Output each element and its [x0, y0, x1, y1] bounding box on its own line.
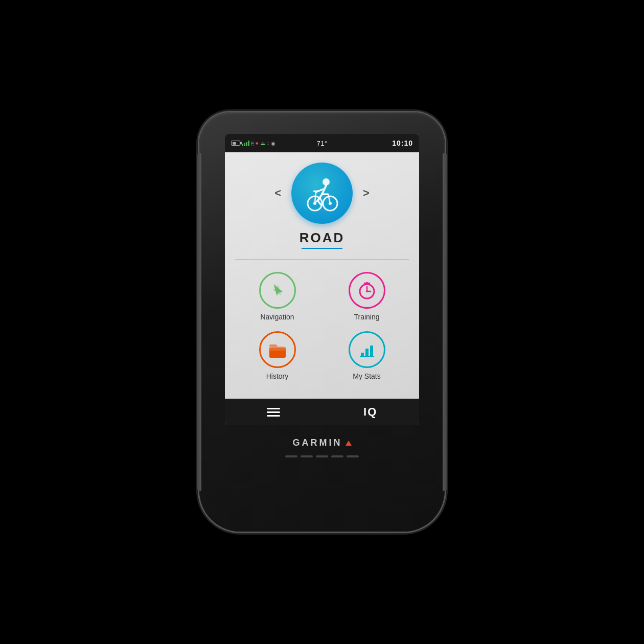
prev-profile-button[interactable]: <	[274, 188, 281, 199]
garmin-device: ⎘ ♥ ⛰ ↕ ◉ 71° 10:10 <	[199, 112, 445, 532]
svg-rect-23	[366, 282, 368, 284]
svg-marker-19	[272, 285, 284, 297]
bottom-bar: IQ	[225, 399, 419, 425]
profile-underline-gray	[235, 259, 409, 260]
main-content: <	[225, 152, 419, 399]
svg-point-0	[323, 178, 330, 186]
garmin-triangle-icon	[346, 441, 352, 446]
screen-wrapper: ⎘ ♥ ⛰ ↕ ◉ 71° 10:10 <	[225, 134, 419, 425]
temperature-display: 71°	[316, 140, 327, 147]
history-menu-item[interactable]: History	[240, 331, 314, 380]
navigation-label: Navigation	[260, 313, 294, 321]
profile-name: ROAD	[300, 230, 345, 246]
profile-underline-blue	[302, 248, 342, 249]
ridge-1	[285, 455, 297, 457]
ridge-3	[316, 455, 328, 457]
svg-point-14	[329, 202, 332, 205]
history-label: History	[266, 372, 289, 380]
top-bezel	[210, 123, 434, 132]
my-stats-icon	[357, 339, 377, 360]
next-profile-button[interactable]: >	[363, 188, 370, 199]
cyclist-icon	[302, 173, 342, 214]
map-icon: ⛰	[260, 141, 265, 146]
ridge-4	[331, 455, 343, 457]
device-bottom: GARMIN	[210, 425, 434, 468]
navigation-icon-circle	[259, 272, 296, 309]
screen: ⎘ ♥ ⛰ ↕ ◉ 71° 10:10 <	[225, 134, 419, 425]
bluetooth-icon: ⎘	[251, 141, 254, 146]
svg-rect-32	[370, 346, 373, 357]
training-menu-item[interactable]: Training	[330, 272, 404, 321]
svg-rect-29	[269, 348, 286, 351]
hamburger-line-2	[267, 411, 280, 413]
hamburger-line-1	[267, 408, 280, 409]
signal-bars-icon	[242, 140, 249, 146]
time-display: 10:10	[331, 139, 413, 147]
training-icon-circle	[349, 272, 385, 309]
connect-iq-button[interactable]: IQ	[363, 405, 377, 419]
svg-line-5	[318, 201, 321, 205]
navigation-icon	[267, 280, 288, 301]
profile-icon-circle[interactable]	[291, 163, 353, 224]
training-icon	[357, 280, 377, 301]
navigation-menu-item[interactable]: Navigation	[240, 272, 314, 321]
history-icon-circle	[259, 331, 296, 368]
svg-rect-31	[365, 349, 369, 357]
hamburger-line-3	[267, 415, 280, 417]
device-ridges	[285, 455, 359, 457]
battery-icon	[231, 141, 240, 146]
my-stats-icon-circle	[349, 331, 385, 368]
menu-grid: Navigation	[235, 272, 409, 380]
garmin-brand: GARMIN	[293, 438, 352, 448]
svg-line-11	[315, 192, 316, 202]
ridge-5	[347, 455, 359, 457]
ridge-2	[301, 455, 313, 457]
status-bar: ⎘ ♥ ⛰ ↕ ◉ 71° 10:10	[225, 134, 419, 152]
iq-label: IQ	[363, 405, 377, 419]
sync-icon: ↕	[267, 141, 269, 146]
gps-icon: ◉	[271, 141, 275, 146]
history-icon	[266, 338, 289, 361]
my-stats-menu-item[interactable]: My Stats	[330, 331, 404, 380]
profile-selector: <	[235, 163, 409, 224]
training-label: Training	[354, 313, 379, 321]
my-stats-label: My Stats	[353, 372, 380, 380]
hamburger-menu-button[interactable]	[267, 408, 280, 417]
hamburger-icon	[267, 408, 280, 417]
heart-rate-icon: ♥	[256, 141, 259, 146]
svg-point-13	[313, 202, 316, 205]
svg-rect-30	[361, 353, 364, 357]
svg-point-26	[366, 290, 368, 292]
status-icons: ⎘ ♥ ⛰ ↕ ◉	[231, 140, 313, 146]
garmin-text: GARMIN	[293, 438, 342, 448]
